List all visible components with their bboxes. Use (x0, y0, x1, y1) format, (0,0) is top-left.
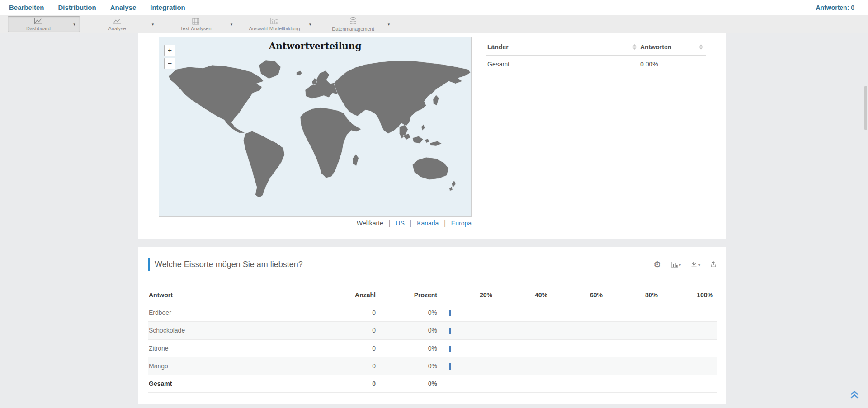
auswahl-modellbildung-dropdown-arrow[interactable]: ▾ (305, 17, 316, 32)
answers-counter: Antworten: 0 (816, 4, 854, 11)
toolbar-group-analyse: Analyse ▾ (86, 16, 159, 32)
datenmanagement-dropdown-arrow[interactable]: ▾ (383, 17, 394, 32)
top-navigation: Bearbeiten Distribution Analyse Integrat… (0, 0, 868, 15)
question-actions: ⚙ ▾ ▾ (653, 260, 717, 269)
toolbar-group-dashboard: Dashboard ▾ (8, 16, 80, 32)
answer-count: 0 (347, 322, 379, 339)
database-icon (349, 17, 357, 25)
analysis-toolbar: Dashboard ▾ Analyse ▾ Text-Analysen ▾ (0, 15, 868, 33)
zoom-in-button[interactable]: + (164, 45, 175, 56)
column-label: Länder (487, 43, 509, 51)
bar-cell (441, 375, 717, 393)
answer-label: Schockolade (148, 322, 347, 339)
country-value: 0.00% (639, 56, 706, 73)
download-icon[interactable]: ▾ (690, 261, 700, 268)
percent-bar (449, 328, 451, 334)
map-panel: Antwortverteilung + − (138, 33, 726, 239)
answer-percent: 0% (379, 357, 441, 375)
column-header-antworten[interactable]: Antworten (639, 39, 706, 55)
auswahl-modellbildung-button[interactable]: Auswahl-Modellbildung (244, 17, 305, 32)
column-label: Antworten (640, 43, 671, 51)
caret-icon: ▾ (679, 263, 681, 268)
analyse-button[interactable]: Analyse (87, 17, 147, 32)
bar-cell (441, 357, 717, 375)
toolbar-group-auswahl-modellbildung: Auswahl-Modellbildung ▾ (244, 16, 316, 32)
toolbar-label: Analyse (108, 26, 126, 31)
answer-count: 0 (347, 339, 379, 357)
map-link-us[interactable]: US (396, 220, 404, 227)
world-map[interactable]: Antwortverteilung + − (159, 37, 472, 217)
screen: Bearbeiten Distribution Analyse Integrat… (0, 0, 868, 408)
bar-cell (441, 339, 717, 357)
answer-label: Mango (148, 357, 347, 375)
scroll-to-top-button[interactable] (849, 389, 860, 400)
analyse-dropdown-arrow[interactable]: ▾ (147, 17, 158, 32)
answer-label: Zitrone (148, 339, 347, 357)
answer-count: 0 (347, 304, 379, 322)
toolbar-label: Dashboard (26, 26, 51, 31)
chart-type-icon[interactable]: ▾ (671, 261, 681, 268)
bar-cell (441, 322, 717, 339)
axis-tick-20: 20% (441, 286, 496, 304)
toolbar-label: Text-Analysen (180, 26, 211, 31)
map-title: Antwortverteilung (159, 41, 471, 52)
scrollbar-thumb[interactable] (864, 86, 867, 130)
nav-distribution[interactable]: Distribution (58, 4, 96, 11)
link-separator: | (410, 220, 412, 227)
answer-label: Erdbeer (148, 304, 347, 322)
line-chart-icon (34, 18, 43, 25)
export-icon[interactable] (710, 261, 717, 268)
percent-bar (449, 363, 451, 370)
nav-integration[interactable]: Integration (150, 4, 185, 11)
answer-count: 0 (347, 357, 379, 375)
settings-icon[interactable]: ⚙ (653, 260, 661, 269)
country-name: Gesamt (486, 56, 639, 73)
text-analysen-dropdown-arrow[interactable]: ▾ (226, 17, 237, 32)
zoom-out-button[interactable]: − (164, 58, 175, 69)
question-panel: Welche Eissorte mögen Sie am liebsten? ⚙… (138, 247, 726, 404)
country-table-header: Länder Antworten (486, 39, 706, 56)
double-chevron-up-icon (849, 394, 860, 400)
question-title: Welche Eissorte mögen Sie am liebsten? (155, 260, 303, 269)
axis-tick-60: 60% (551, 286, 606, 304)
accent-bar (148, 258, 150, 271)
sort-icon[interactable] (632, 44, 637, 50)
toolbar-group-datenmanagement: Datenmanagement ▾ (322, 16, 395, 32)
column-header-prozent: Prozent (379, 286, 441, 304)
bar-cell (441, 304, 717, 322)
total-label: Gesamt (148, 375, 347, 393)
table-grid-icon (192, 18, 199, 25)
text-analysen-button[interactable]: Text-Analysen (165, 17, 226, 32)
map-view-links: Weltkarte | US | Kanada | Europa (159, 220, 472, 227)
table-row: Gesamt 0.00% (486, 56, 706, 73)
table-row: Zitrone 0 0% (148, 339, 717, 357)
dashboard-button[interactable]: Dashboard (8, 17, 69, 32)
dashboard-dropdown-arrow[interactable]: ▾ (69, 17, 80, 32)
map-link-weltkarte[interactable]: Weltkarte (357, 220, 383, 227)
bar-line-chart-icon (270, 18, 279, 25)
column-header-laender[interactable]: Länder (486, 39, 639, 55)
total-percent: 0% (379, 375, 441, 393)
axis-tick-40: 40% (496, 286, 551, 304)
column-header-antwort: Antwort (148, 286, 347, 304)
toolbar-label: Datenmanagement (332, 26, 374, 32)
gear-glyph: ⚙ (653, 260, 661, 269)
link-separator: | (389, 220, 391, 227)
table-row: Erdbeer 0 0% (148, 304, 717, 322)
map-link-europa[interactable]: Europa (451, 220, 472, 227)
answer-percent: 0% (379, 339, 441, 357)
link-separator: | (444, 220, 446, 227)
datenmanagement-button[interactable]: Datenmanagement (323, 17, 383, 32)
question-header: Welche Eissorte mögen Sie am liebsten? ⚙… (148, 257, 717, 272)
world-map-svg (159, 37, 471, 216)
nav-analyse[interactable]: Analyse (110, 4, 137, 11)
nav-bearbeiten[interactable]: Bearbeiten (9, 4, 44, 11)
table-row: Schockolade 0 0% (148, 322, 717, 339)
toolbar-group-text-analysen: Text-Analysen ▾ (165, 16, 237, 32)
map-zoom-controls: + − (164, 45, 175, 69)
sort-icon[interactable] (699, 44, 703, 50)
answers-table: Antwort Anzahl Prozent 20% 40% 60% 80% 1… (148, 286, 717, 393)
map-link-kanada[interactable]: Kanada (417, 220, 439, 227)
main-nav: Bearbeiten Distribution Analyse Integrat… (9, 4, 185, 11)
axis-tick-100: 100% (661, 286, 717, 304)
